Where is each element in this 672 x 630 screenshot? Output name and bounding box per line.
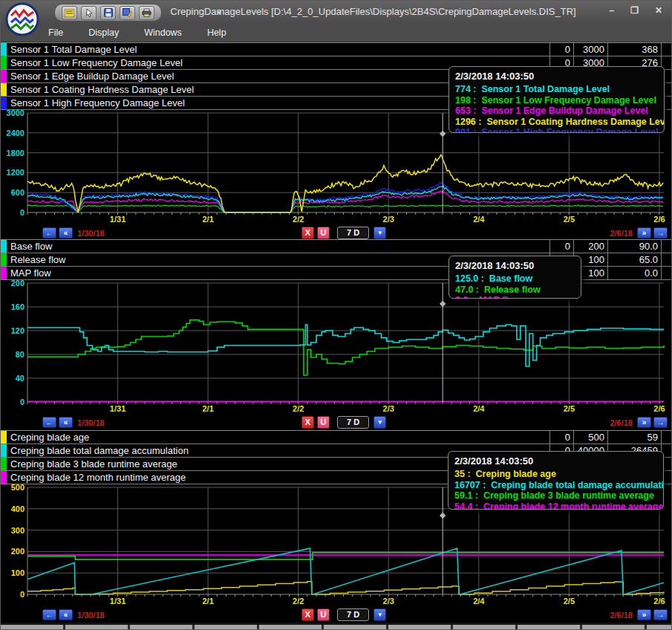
app-window: CrepingDamageLevels [D:\4_2_0_UpdateFile…: [0, 0, 672, 630]
svg-text:2/2: 2/2: [293, 404, 304, 413]
legend-row[interactable]: Base flow020090.0: [1, 240, 671, 253]
step-forward-button[interactable]: →: [653, 227, 668, 238]
cursor-tooltip-1: 2/3/2018 14:03:50774 : Sensor 1 Total Da…: [448, 66, 665, 133]
trend-chart-2[interactable]: 040801201602001/312/12/22/32/42/52/6: [1, 280, 671, 415]
quick-access-toolbar: [54, 4, 162, 22]
legend-row-end: [661, 431, 671, 444]
series-line: [27, 320, 664, 375]
step-back-button[interactable]: ←: [42, 227, 56, 238]
time-range-selector[interactable]: 7 D: [337, 227, 369, 239]
svg-text:80: 80: [16, 350, 25, 359]
range-start-date: 1/30/18: [75, 418, 107, 427]
update-button[interactable]: U: [317, 227, 330, 239]
page-forward-button[interactable]: »: [637, 227, 651, 238]
pen-label: Creping blade age: [7, 431, 549, 444]
time-range-selector[interactable]: 7 D: [337, 416, 369, 429]
svg-text:1/31: 1/31: [110, 597, 125, 605]
tooltip-entry: 59.1 : Creping blade 3 blade runtime ave…: [454, 490, 657, 501]
save-icon[interactable]: [100, 6, 116, 20]
pen-min-value: 0: [549, 43, 573, 56]
x-axis-button[interactable]: X: [301, 608, 314, 621]
report-icon[interactable]: [62, 6, 77, 20]
step-forward-button[interactable]: →: [653, 609, 668, 620]
bottom-splitter: [1, 623, 671, 630]
app-logo-icon[interactable]: [5, 2, 39, 36]
pen-max-value: 3000: [573, 43, 607, 56]
time-cursor-handle: [440, 301, 446, 307]
nav-center-group: XU7 D▼: [301, 608, 386, 621]
pen-color-swatch: [1, 56, 7, 69]
time-range-dropdown-icon[interactable]: ▼: [373, 416, 386, 429]
svg-text:2/5: 2/5: [564, 404, 575, 413]
page-back-button[interactable]: «: [59, 609, 73, 620]
maximize-button[interactable]: ❐: [630, 5, 639, 16]
legend-row-end: [661, 253, 671, 266]
window-title: CrepingDamageLevels [D:\4_2_0_UpdateFile…: [157, 6, 590, 17]
menu-bar: FileDisplayWindowsHelp: [1, 23, 671, 42]
svg-text:1800: 1800: [7, 149, 25, 158]
pen-current-value: 65.0: [607, 253, 661, 266]
svg-text:0: 0: [20, 590, 25, 599]
menu-item-help[interactable]: Help: [207, 27, 226, 38]
range-end-date: 2/6/18: [607, 611, 635, 620]
pen-current-value: 368: [607, 43, 661, 56]
series-line: [27, 186, 663, 212]
time-range-selector[interactable]: 7 D: [337, 608, 369, 621]
menu-item-file[interactable]: File: [48, 27, 63, 38]
print-icon[interactable]: [139, 6, 154, 20]
x-axis-button[interactable]: X: [301, 416, 314, 429]
svg-text:2/1: 2/1: [202, 404, 213, 413]
nav-right-group: 2/6/18»→: [607, 417, 668, 428]
nav-left-group: ←«1/30/18: [42, 417, 107, 428]
tooltip-entry: 125.0 : Base flow: [455, 273, 575, 285]
pen-color-swatch: [1, 471, 7, 484]
tooltip-entry: 653 : Sensor 1 Edge Buildup Damage Level: [455, 105, 658, 117]
pointer-tool-icon[interactable]: [81, 6, 97, 20]
svg-text:500: 500: [11, 484, 25, 492]
pen-current-value: 59: [607, 431, 661, 444]
legend-row[interactable]: Sensor 1 Total Damage Level03000368: [1, 43, 671, 56]
update-button[interactable]: U: [317, 416, 330, 429]
minimize-button[interactable]: –: [609, 5, 614, 16]
nav-center-group: XU7 D▼: [301, 416, 386, 429]
qat-overflow-icon[interactable]: ▾: [218, 9, 221, 16]
pen-min-value: 0: [549, 431, 573, 444]
svg-text:300: 300: [11, 526, 25, 535]
page-back-button[interactable]: «: [59, 227, 73, 238]
svg-text:40: 40: [16, 374, 25, 383]
update-button[interactable]: U: [317, 608, 330, 621]
svg-text:1/31: 1/31: [110, 215, 125, 224]
menu-item-windows[interactable]: Windows: [144, 27, 182, 38]
svg-text:2/2: 2/2: [293, 597, 304, 605]
pen-max-value: 200: [573, 240, 607, 253]
x-axis-button[interactable]: X: [301, 227, 314, 239]
step-forward-button[interactable]: →: [653, 417, 668, 428]
legend-row[interactable]: Creping blade age050059: [1, 431, 671, 444]
step-back-button[interactable]: ←: [42, 417, 56, 428]
tooltip-entry: 1296 : Sensor 1 Coating Hardness Damage …: [455, 117, 658, 128]
pen-color-swatch: [1, 97, 7, 109]
edit-display-icon[interactable]: [120, 6, 135, 20]
time-range-dropdown-icon[interactable]: ▼: [373, 227, 386, 239]
page-forward-button[interactable]: »: [637, 609, 651, 620]
page-back-button[interactable]: «: [59, 417, 73, 428]
page-forward-button[interactable]: »: [637, 417, 651, 428]
nav-center-group: XU7 D▼: [301, 227, 386, 239]
svg-text:2/6: 2/6: [653, 404, 665, 413]
time-cursor-handle: [440, 131, 446, 137]
time-range-dropdown-icon[interactable]: ▼: [373, 608, 386, 621]
close-button[interactable]: ✕: [655, 5, 662, 16]
svg-text:2/3: 2/3: [383, 597, 394, 605]
cursor-tooltip-2: 2/3/2018 14:03:50125.0 : Base flow47.0 :…: [448, 256, 581, 299]
pen-color-swatch: [1, 253, 7, 266]
step-back-button[interactable]: ←: [42, 609, 56, 620]
menu-item-display[interactable]: Display: [88, 27, 119, 38]
nav-left-group: ←«1/30/18: [42, 227, 107, 238]
svg-text:1/31: 1/31: [110, 404, 125, 413]
svg-text:2/3: 2/3: [383, 404, 394, 413]
time-nav-bar-1: ←«1/30/18XU7 D▼2/6/18»→: [1, 226, 671, 239]
range-start-date: 1/30/18: [75, 229, 107, 238]
tooltip-timestamp: 2/3/2018 14:03:50: [454, 455, 657, 467]
series-line: [27, 183, 663, 212]
svg-text:2/3: 2/3: [383, 215, 394, 224]
